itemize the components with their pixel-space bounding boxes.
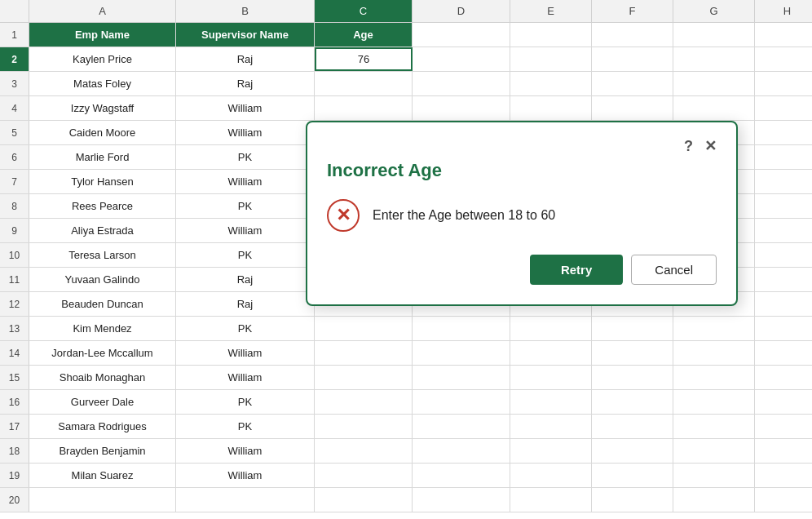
retry-button[interactable]: Retry [530,255,623,285]
dialog-body: ✕ Enter the Age between 18 to 60 [327,199,717,232]
dialog-close-button[interactable]: ✕ [704,139,717,153]
dialog-overlay: ? ✕ Incorrect Age ✕ Enter the Age betwee… [0,0,812,519]
dialog-titlebar: ? ✕ [327,139,717,153]
dialog-help-button[interactable]: ? [684,139,693,153]
dialog-message: Enter the Age between 18 to 60 [373,208,555,223]
dialog-box: ? ✕ Incorrect Age ✕ Enter the Age betwee… [306,121,738,306]
cancel-button[interactable]: Cancel [631,255,717,285]
error-icon: ✕ [327,199,360,232]
dialog-title: Incorrect Age [327,160,717,181]
dialog-titlebar-icons: ? ✕ [684,139,717,153]
dialog-buttons: Retry Cancel [327,255,717,285]
